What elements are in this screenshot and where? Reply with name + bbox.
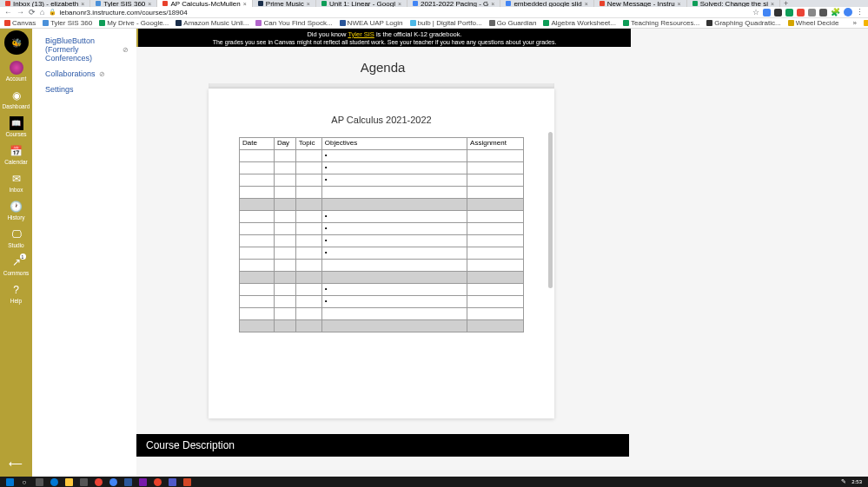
close-icon[interactable]: × bbox=[398, 1, 401, 7]
profile-avatar[interactable] bbox=[844, 8, 852, 16]
nav-studio[interactable]: 🖵 Studio bbox=[0, 224, 32, 252]
close-icon[interactable]: × bbox=[81, 1, 84, 7]
bookmarks-overflow[interactable]: » bbox=[852, 19, 856, 27]
chrome-icon[interactable] bbox=[91, 477, 105, 486]
bookmark-algebra[interactable]: Algebra Worksheet... bbox=[543, 19, 616, 27]
bookmark-guardian[interactable]: Go Guardian bbox=[489, 19, 537, 27]
nav-history[interactable]: 🕐 History bbox=[0, 196, 32, 224]
back-button[interactable]: ← bbox=[4, 8, 12, 16]
doc-title: AP Calculus 2021-2022 bbox=[222, 115, 541, 125]
embedded-document[interactable]: AP Calculus 2021-2022 Date Day Topic Obj… bbox=[209, 89, 554, 418]
bookmark-amazon[interactable]: Amazon Music Unli... bbox=[176, 19, 248, 27]
nav-dashboard[interactable]: ◉ Dashboard bbox=[0, 85, 32, 113]
graphing-icon bbox=[706, 20, 712, 26]
bookmark-drive[interactable]: My Drive - Google... bbox=[99, 19, 169, 27]
address-bar[interactable]: 🔒 lebanonr3.instructure.com/courses/1890… bbox=[49, 9, 748, 16]
start-button[interactable] bbox=[3, 477, 17, 486]
nav-collaborations[interactable]: Collaborations ⊘ bbox=[45, 66, 136, 82]
taskview-button[interactable] bbox=[32, 477, 46, 486]
tab-inbox[interactable]: Inbox (13) - elizabeth× bbox=[0, 0, 90, 7]
nav-bigbluebutton[interactable]: BigBlueButton (Formerly Conferences) ⊘ bbox=[45, 33, 136, 66]
header-day: Day bbox=[274, 138, 295, 150]
canvas-icon bbox=[4, 20, 10, 26]
chrome-icon-2[interactable] bbox=[106, 477, 120, 486]
ext-icon[interactable] bbox=[774, 9, 782, 16]
docs-icon bbox=[413, 1, 418, 6]
tab-embedded[interactable]: embedded google slid× bbox=[500, 0, 593, 7]
close-icon[interactable]: × bbox=[585, 1, 588, 7]
tray-pen-icon[interactable]: ✎ bbox=[837, 477, 851, 486]
bookmark-tyler[interactable]: Tyler SIS 360 bbox=[43, 19, 92, 27]
clock[interactable]: 2:53 bbox=[851, 479, 865, 484]
tab-newmsg[interactable]: New Message - Instru× bbox=[594, 0, 687, 7]
onenote-icon[interactable] bbox=[136, 477, 149, 486]
star-icon[interactable]: ☆ bbox=[752, 8, 759, 16]
tyler-sis-link[interactable]: Tyler SIS bbox=[348, 30, 374, 38]
header-date: Date bbox=[240, 138, 275, 150]
bookmark-canvas[interactable]: Canvas bbox=[4, 19, 36, 27]
table-row: • bbox=[240, 211, 524, 223]
course-nav: BigBlueButton (Formerly Conferences) ⊘ C… bbox=[32, 29, 136, 477]
forward-button[interactable]: → bbox=[17, 8, 24, 16]
new-tab-button[interactable]: + bbox=[780, 0, 792, 7]
table-row: • bbox=[240, 162, 524, 174]
history-icon: 🕐 bbox=[10, 200, 23, 214]
close-icon[interactable]: × bbox=[771, 1, 774, 7]
teams-icon[interactable] bbox=[165, 477, 179, 486]
close-icon[interactable]: × bbox=[243, 1, 247, 7]
close-icon[interactable]: × bbox=[307, 1, 310, 7]
nav-inbox[interactable]: ✉ Inbox bbox=[0, 168, 32, 196]
amazon-icon bbox=[176, 20, 182, 26]
ext-icon[interactable] bbox=[763, 9, 771, 16]
powerpoint-icon[interactable] bbox=[180, 477, 194, 486]
bookmark-nwea[interactable]: NWEA UAP Login bbox=[340, 19, 403, 27]
ext-icon[interactable] bbox=[808, 9, 816, 16]
tab-unit1[interactable]: Unit 1: Linear - Googl× bbox=[316, 0, 407, 7]
table-row bbox=[240, 308, 524, 320]
ext-icon[interactable] bbox=[797, 9, 805, 16]
ext-icon[interactable] bbox=[785, 9, 793, 16]
reload-button[interactable]: ⟳ bbox=[29, 8, 36, 16]
bookmark-teaching[interactable]: Teaching Resources... bbox=[623, 19, 699, 27]
tab-prime[interactable]: Prime Music× bbox=[253, 0, 316, 7]
word-icon[interactable] bbox=[121, 477, 135, 486]
bookmark-wheel[interactable]: Wheel Decide bbox=[788, 19, 839, 27]
extensions-icon[interactable]: 🧩 bbox=[831, 8, 840, 16]
nav-commons[interactable]: ↗1 Commons bbox=[0, 252, 32, 280]
ext-icon[interactable] bbox=[819, 9, 827, 16]
nav-help[interactable]: ? Help bbox=[0, 280, 32, 307]
edge-icon[interactable] bbox=[47, 477, 61, 486]
nav-courses[interactable]: 📖 Courses bbox=[0, 113, 32, 141]
tab-canvas-active[interactable]: AP Calculus-McMullen× bbox=[157, 0, 252, 7]
nav-settings[interactable]: Settings bbox=[45, 82, 136, 97]
bookmark-spock[interactable]: Can You Find Spock... bbox=[255, 19, 332, 27]
solved-icon bbox=[692, 1, 698, 6]
close-icon[interactable]: × bbox=[678, 1, 681, 7]
google-icon bbox=[506, 1, 511, 6]
tyler-icon bbox=[43, 20, 49, 26]
close-icon[interactable]: × bbox=[491, 1, 494, 7]
header-assignment: Assignment bbox=[467, 138, 524, 150]
calendar-icon: 📅 bbox=[10, 144, 23, 158]
tab-pacing[interactable]: 2021-2022 Pacing - G× bbox=[407, 0, 500, 7]
nav-calendar[interactable]: 📅 Calendar bbox=[0, 141, 32, 168]
tab-tyler[interactable]: Tyler SIS 360× bbox=[90, 0, 157, 7]
nav-account[interactable]: Account bbox=[0, 57, 32, 85]
bookmark-bulb[interactable]: bulb | Digital Portfo... bbox=[410, 19, 482, 27]
canvas-icon bbox=[162, 1, 168, 6]
close-icon[interactable]: × bbox=[148, 1, 151, 7]
tab-solved[interactable]: Solved: Change the si× bbox=[687, 0, 780, 7]
collapse-nav-button[interactable]: ⟵ bbox=[9, 458, 23, 470]
scrollbar[interactable] bbox=[548, 132, 553, 288]
search-button[interactable]: ○ bbox=[17, 477, 31, 486]
app-icon[interactable] bbox=[150, 477, 164, 486]
store-icon[interactable] bbox=[76, 477, 90, 486]
folder-icon bbox=[864, 20, 868, 26]
explorer-icon[interactable] bbox=[62, 477, 76, 486]
home-button[interactable]: ⌂ bbox=[40, 8, 44, 16]
bookmark-graphing[interactable]: Graphing Quadratic... bbox=[706, 19, 780, 27]
other-bookmarks[interactable]: Other bookmarks bbox=[864, 19, 868, 27]
teaching-icon bbox=[623, 20, 629, 26]
school-logo[interactable]: 🐝 bbox=[4, 30, 29, 55]
menu-icon[interactable]: ⋮ bbox=[856, 8, 864, 16]
